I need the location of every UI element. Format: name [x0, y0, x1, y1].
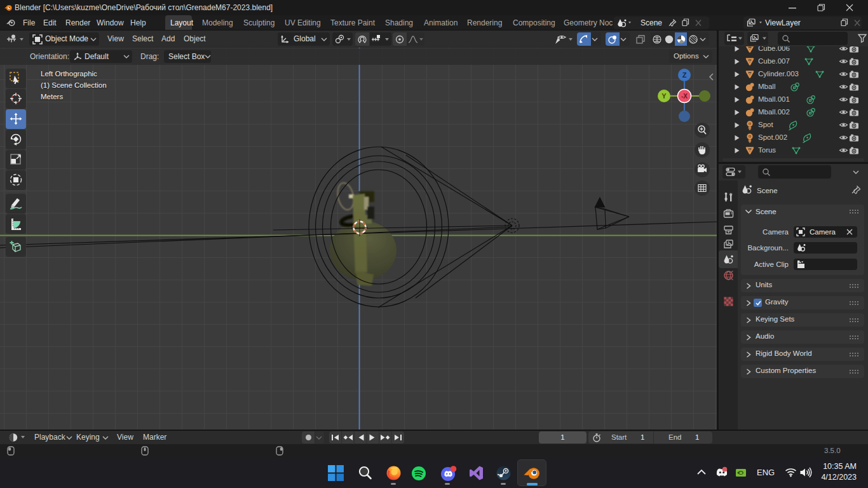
svg-text:-X: -X: [681, 93, 688, 100]
svg-text:Y: Y: [661, 92, 667, 100]
svg-text:Z: Z: [682, 71, 687, 79]
